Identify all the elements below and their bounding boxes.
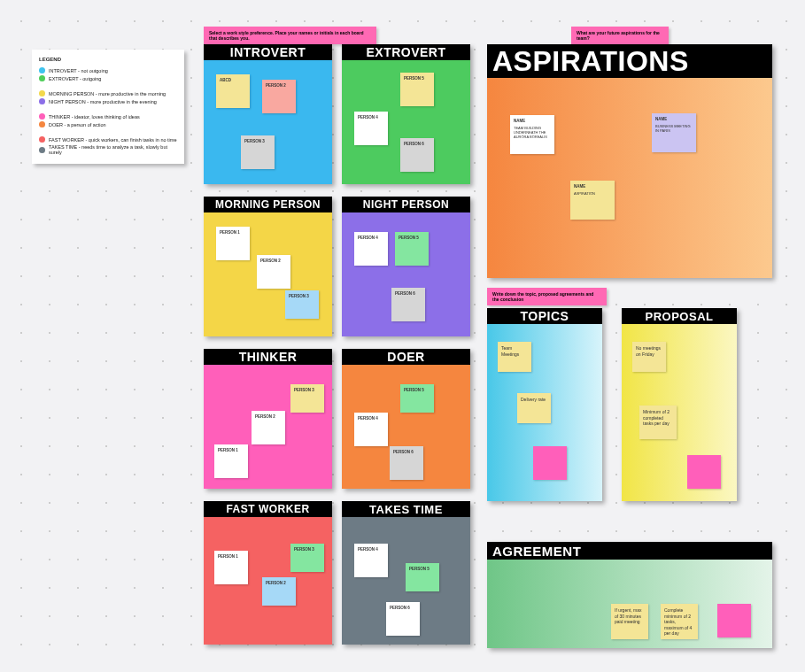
sticky-person3[interactable]: PERSON 3: [285, 290, 319, 319]
sticky-topic-1[interactable]: Team Meetings: [498, 342, 531, 372]
board-night[interactable]: NIGHT PERSON PERSON 4 PERSON 5 PERSON 6: [342, 197, 470, 336]
board-title: ASPIRATIONS: [487, 44, 772, 78]
legend-dot-icon: [39, 90, 45, 97]
legend-item: EXTROVERT - outgoing: [39, 75, 177, 81]
legend-dot-icon: [39, 98, 45, 104]
legend-dot-icon: [39, 67, 45, 73]
sticky-person3[interactable]: PERSON 3: [290, 384, 324, 413]
legend-item: DOER - a person of action: [39, 121, 177, 127]
sticky-agree-3[interactable]: [717, 604, 751, 637]
hint-aspirations[interactable]: What are your future aspirations for the…: [571, 27, 669, 44]
board-proposal[interactable]: PROPOSAL No meetings on Friday Minimum o…: [622, 308, 737, 501]
sticky-person4[interactable]: PERSON 4: [354, 413, 388, 446]
sticky-prop-3[interactable]: [687, 455, 721, 489]
sticky-topic-2[interactable]: Delivery rate: [517, 393, 551, 423]
sticky-person5[interactable]: PERSON 5: [400, 73, 434, 106]
sticky-abcd[interactable]: ABCD: [216, 74, 250, 108]
hint-agreement[interactable]: Write down the topic, proposed agreement…: [487, 288, 607, 305]
board-fast[interactable]: FAST WORKER PERSON 1 PERSON 3 PERSON 2: [204, 501, 332, 645]
sticky-person6[interactable]: PERSON 6: [386, 602, 420, 636]
sticky-asp-3[interactable]: NAME ASPIRATION: [570, 181, 615, 220]
legend-item: NIGHT PERSON - more productive in the ev…: [39, 98, 177, 104]
legend-dot-icon: [39, 113, 45, 120]
board-extrovert[interactable]: EXTROVERT PERSON 5 PERSON 4 PERSON 6: [342, 44, 470, 184]
board-agreement[interactable]: AGREEMENT If urgent, max of 30 minutes p…: [487, 542, 772, 648]
sticky-person4[interactable]: PERSON 4: [354, 112, 388, 145]
legend-text: EXTROVERT - outgoing: [49, 76, 101, 81]
sticky-person6[interactable]: PERSON 6: [391, 288, 425, 321]
board-doer[interactable]: DOER PERSON 5 PERSON 4 PERSON 6: [342, 349, 470, 489]
sticky-person4[interactable]: PERSON 4: [354, 232, 388, 266]
sticky-agree-1[interactable]: If urgent, max of 30 minutes paid meetin…: [611, 604, 648, 639]
sticky-name: NAME: [655, 117, 667, 121]
sticky-asp-2[interactable]: NAME BUSINESS MEETING IN PARIS: [652, 113, 696, 152]
legend-item: MORNING PERSON - more productive in the …: [39, 90, 177, 97]
legend-text: INTROVERT - not outgoing: [49, 68, 108, 73]
legend-text: FAST WORKER - quick workers, can finish …: [49, 137, 176, 143]
board-title: INTROVERT: [204, 44, 332, 60]
legend-item: FAST WORKER - quick workers, can finish …: [39, 136, 177, 143]
board-title: PROPOSAL: [622, 308, 737, 324]
sticky-asp-1[interactable]: NAME TEAM BUILDING UNDERNEATH THE AURORA…: [510, 115, 554, 154]
sticky-prop-1[interactable]: No meetings on Friday: [632, 342, 666, 372]
board-aspirations[interactable]: ASPIRATIONS NAME TEAM BUILDING UNDERNEAT…: [487, 44, 772, 278]
board-title: THINKER: [204, 349, 332, 365]
legend-dot-icon: [39, 136, 45, 143]
sticky-sub: TEAM BUILDING UNDERNEATH THE AURORA BORE…: [514, 126, 551, 140]
sticky-name: NAME: [514, 119, 525, 123]
sticky-sub: ASPIRATION: [574, 191, 611, 196]
board-title: DOER: [342, 349, 470, 365]
legend-item: TAKES TIME - needs time to analyze a tas…: [39, 144, 177, 155]
board-title: MORNING PERSON: [204, 197, 332, 212]
legend-text: NIGHT PERSON - more productive in the ev…: [49, 99, 157, 104]
sticky-person2[interactable]: PERSON 2: [262, 577, 296, 606]
legend-dot-icon: [39, 75, 45, 81]
sticky-agree-2[interactable]: Complete minimum of 2 tasks, maximum of …: [661, 604, 698, 639]
legend-item: INTROVERT - not outgoing: [39, 67, 177, 73]
board-title: NIGHT PERSON: [342, 197, 470, 212]
sticky-person2[interactable]: PERSON 2: [262, 80, 296, 113]
board-title: AGREEMENT: [487, 542, 772, 560]
sticky-person5[interactable]: PERSON 5: [406, 563, 439, 591]
sticky-person5[interactable]: PERSON 5: [395, 232, 429, 266]
sticky-person6[interactable]: PERSON 6: [400, 138, 434, 172]
sticky-person2[interactable]: PERSON 2: [257, 255, 290, 289]
board-title: TOPICS: [487, 308, 602, 324]
sticky-person1[interactable]: PERSON 1: [214, 551, 248, 584]
sticky-person6[interactable]: PERSON 6: [390, 446, 423, 480]
sticky-person4[interactable]: PERSON 4: [354, 544, 388, 577]
board-takes[interactable]: TAKES TIME PERSON 4 PERSON 5 PERSON 6: [342, 501, 470, 645]
board-topics[interactable]: TOPICS Team Meetings Delivery rate: [487, 308, 602, 501]
sticky-sub: BUSINESS MEETING IN PARIS: [655, 124, 693, 133]
board-morning[interactable]: MORNING PERSON PERSON 1 PERSON 2 PERSON …: [204, 197, 332, 336]
legend-text: THINKER - ideator, loves thinking of ide…: [49, 114, 140, 120]
board-title: FAST WORKER: [204, 501, 332, 517]
legend-text: TAKES TIME - needs time to analyze a tas…: [49, 144, 177, 155]
sticky-person1[interactable]: PERSON 1: [214, 444, 248, 478]
sticky-person3[interactable]: PERSON 3: [290, 544, 324, 572]
legend-dot-icon: [39, 147, 45, 153]
sticky-person5[interactable]: PERSON 5: [400, 384, 434, 413]
board-title: TAKES TIME: [342, 501, 470, 517]
legend-item: THINKER - ideator, loves thinking of ide…: [39, 113, 177, 120]
legend-panel: LEGEND INTROVERT - not outgoingEXTROVERT…: [32, 50, 184, 164]
legend-text: MORNING PERSON - more productive in the …: [49, 91, 166, 97]
board-thinker[interactable]: THINKER PERSON 3 PERSON 2 PERSON 1: [204, 349, 332, 489]
sticky-name: NAME: [574, 184, 585, 189]
board-title: EXTROVERT: [342, 44, 470, 60]
sticky-person2[interactable]: PERSON 2: [252, 411, 285, 444]
sticky-person1[interactable]: PERSON 1: [216, 227, 250, 260]
legend-dot-icon: [39, 121, 45, 127]
sticky-topic-3[interactable]: [533, 446, 567, 480]
board-introvert[interactable]: INTROVERT ABCD PERSON 2 PERSON 3: [204, 44, 332, 184]
sticky-prop-2[interactable]: Minimum of 2 completed tasks per day: [639, 406, 677, 439]
sticky-person3[interactable]: PERSON 3: [241, 135, 275, 169]
legend-title: LEGEND: [39, 57, 177, 62]
legend-text: DOER - a person of action: [49, 122, 106, 127]
hint-workstyle[interactable]: Select a work style preference. Place yo…: [204, 27, 376, 44]
